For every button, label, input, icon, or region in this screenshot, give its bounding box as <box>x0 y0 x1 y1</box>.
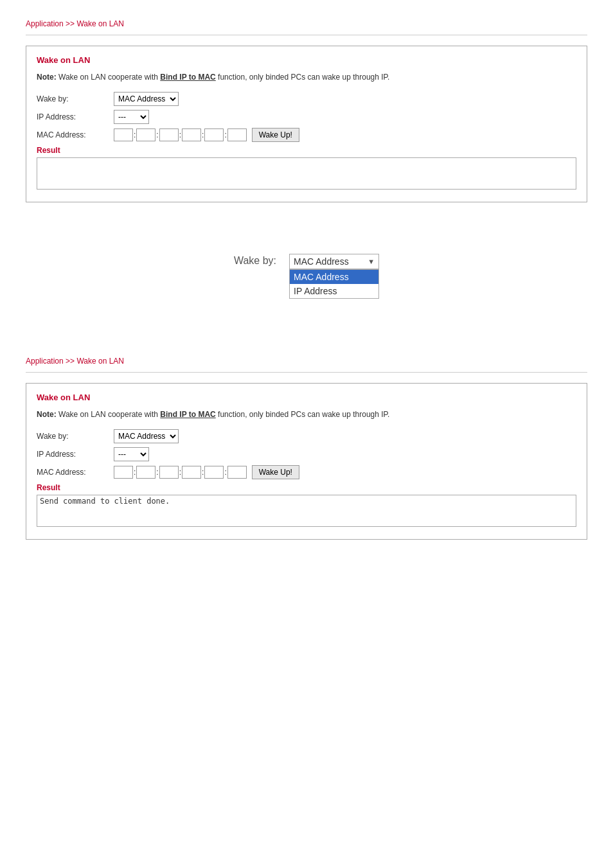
ip-address-row-2: IP Address: --- <box>37 447 576 461</box>
mac-address-control-1: : : : : : Wake Up! <box>114 128 299 142</box>
mac-inputs-1: : : : : : <box>114 128 247 141</box>
panel-title-2: Wake on LAN <box>37 393 576 402</box>
note-2: Note: Wake on LAN cooperate with Bind IP… <box>37 409 576 420</box>
wake-by-row-1: Wake by: MAC Address IP Address <box>37 92 576 106</box>
result-textarea-1[interactable] <box>37 157 576 190</box>
wake-btn-1[interactable]: Wake Up! <box>252 128 299 142</box>
section2-container: Application >> Wake on LAN Wake on LAN N… <box>0 337 613 553</box>
ip-address-label-1: IP Address: <box>37 112 114 121</box>
dropdown-option-ip[interactable]: IP Address <box>290 284 378 298</box>
ip-address-row-1: IP Address: --- <box>37 110 576 124</box>
ip-address-control-1: --- <box>114 110 149 124</box>
note-text2-2: function, only binded PCs can wake up th… <box>218 410 389 419</box>
mac-field-2-2[interactable] <box>136 466 155 479</box>
mac-address-row-2: MAC Address: : : : : : Wake Up! <box>37 465 576 479</box>
mac-field-1-3[interactable] <box>159 128 179 141</box>
note-text-2: Wake on LAN cooperate with <box>58 410 158 419</box>
panel-2: Wake on LAN Note: Wake on LAN cooperate … <box>26 383 587 540</box>
chevron-down-icon: ▼ <box>368 258 375 265</box>
note-label-1: Note: <box>37 73 57 82</box>
section1-container: Application >> Wake on LAN Wake on LAN N… <box>0 0 613 215</box>
note-1: Note: Wake on LAN cooperate with Bind IP… <box>37 71 576 83</box>
breadcrumb-1: Application >> Wake on LAN <box>26 19 587 28</box>
mac-field-2-6[interactable] <box>227 466 247 479</box>
mac-field-1-5[interactable] <box>204 128 224 141</box>
result-label-1: Result <box>37 146 576 155</box>
result-textarea-2[interactable] <box>37 495 576 527</box>
mac-field-1-4[interactable] <box>182 128 201 141</box>
divider-1 <box>26 35 587 35</box>
wake-by-control-1: MAC Address IP Address <box>114 92 179 106</box>
note-link-1[interactable]: Bind IP to MAC <box>160 73 215 82</box>
note-text-1: Wake on LAN cooperate with <box>58 73 158 82</box>
mac-field-1-6[interactable] <box>227 128 247 141</box>
dropdown-demo-inner: Wake by: MAC Address ▼ MAC Address IP Ad… <box>234 254 379 299</box>
wake-by-label-2: Wake by: <box>37 432 114 441</box>
divider-2 <box>26 372 587 373</box>
dropdown-options: MAC Address IP Address <box>289 269 379 299</box>
ip-address-control-2: --- <box>114 447 149 461</box>
ip-address-select-2[interactable]: --- <box>114 447 149 461</box>
dropdown-header-text: MAC Address <box>294 256 349 267</box>
dropdown-header[interactable]: MAC Address ▼ <box>289 254 379 269</box>
note-link-2[interactable]: Bind IP to MAC <box>160 410 215 419</box>
breadcrumb-2: Application >> Wake on LAN <box>26 357 587 366</box>
note-text2-1: function, only binded PCs can wake up th… <box>218 73 389 82</box>
wake-by-label-demo: Wake by: <box>234 255 276 267</box>
ip-address-label-2: IP Address: <box>37 450 114 459</box>
ip-address-select-1[interactable]: --- <box>114 110 149 124</box>
panel-1: Wake on LAN Note: Wake on LAN cooperate … <box>26 46 587 202</box>
wake-by-control-2: MAC Address IP Address <box>114 429 179 443</box>
panel-title-1: Wake on LAN <box>37 55 576 65</box>
mac-field-1-2[interactable] <box>136 128 155 141</box>
dropdown-open-container: MAC Address ▼ MAC Address IP Address <box>289 254 379 299</box>
wake-btn-2[interactable]: Wake Up! <box>252 465 299 479</box>
mac-address-label-1: MAC Address: <box>37 130 114 139</box>
mac-address-label-2: MAC Address: <box>37 468 114 477</box>
note-label-2: Note: <box>37 410 57 419</box>
wake-by-select-2[interactable]: MAC Address IP Address <box>114 429 179 443</box>
mac-inputs-2: : : : : : <box>114 466 247 479</box>
mac-address-row-1: MAC Address: : : : : : Wake Up! <box>37 128 576 142</box>
mac-field-2-4[interactable] <box>182 466 201 479</box>
wake-by-select-1[interactable]: MAC Address IP Address <box>114 92 179 106</box>
wake-by-label-1: Wake by: <box>37 94 114 103</box>
mac-field-2-3[interactable] <box>159 466 179 479</box>
mac-field-1-1[interactable] <box>114 128 133 141</box>
result-label-2: Result <box>37 483 576 492</box>
mac-field-2-5[interactable] <box>204 466 224 479</box>
mac-field-2-1[interactable] <box>114 466 133 479</box>
wake-by-row-2: Wake by: MAC Address IP Address <box>37 429 576 443</box>
dropdown-demo-section: Wake by: MAC Address ▼ MAC Address IP Ad… <box>0 215 613 337</box>
dropdown-option-mac[interactable]: MAC Address <box>290 270 378 284</box>
mac-address-control-2: : : : : : Wake Up! <box>114 465 299 479</box>
